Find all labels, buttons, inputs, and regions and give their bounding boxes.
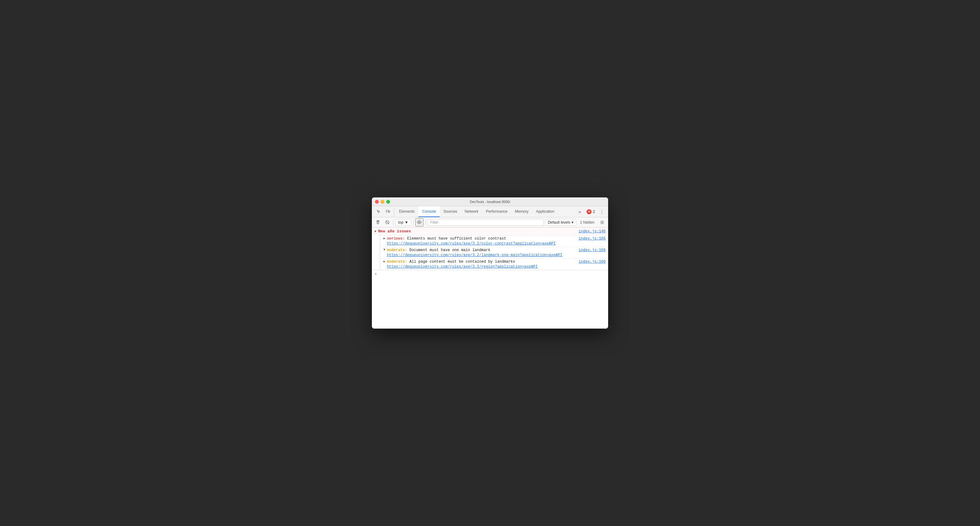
tab-network[interactable]: Network	[461, 206, 482, 217]
item-link-2[interactable]: https://dequeuniversity.com/rules/axe/3.…	[387, 253, 563, 257]
toolbar-right: ✕ 2 ⋮	[584, 206, 607, 217]
stop-errors-button[interactable]	[383, 218, 391, 226]
svg-point-6	[601, 221, 603, 223]
toolbar-divider	[393, 219, 393, 225]
console-toolbar: top ▼ Default levels ▾ 1 hidden	[372, 218, 608, 227]
item-message-3: All page content must be contained by la…	[409, 259, 515, 264]
issue-item-row-serious[interactable]: ▶ serious: Elements must have sufficient…	[380, 235, 608, 247]
item-triangle-icon: ▶	[383, 237, 385, 240]
item-link-3[interactable]: https://dequeuniversity.com/rules/axe/3.…	[387, 265, 538, 269]
item-source-moderate-1[interactable]: index.js:166	[579, 248, 606, 253]
item-main-text: serious: Elements must have sufficient c…	[387, 237, 555, 241]
settings-button[interactable]	[598, 218, 606, 226]
maximize-button[interactable]	[386, 200, 390, 203]
item-source-moderate-2[interactable]: index.js:166	[579, 259, 606, 264]
tab-application[interactable]: Application	[532, 206, 558, 217]
severity-moderate-2: moderate:	[387, 259, 407, 264]
svg-line-4	[386, 221, 389, 224]
toolbar-divider-2	[413, 219, 414, 225]
kebab-menu-button[interactable]: ⋮	[598, 208, 606, 216]
item-main-text-3: moderate: All page content must be conta…	[387, 259, 538, 264]
levels-arrow: ▾	[571, 220, 573, 224]
item-message-2: Document must have one main landmark	[409, 248, 490, 253]
eye-button[interactable]	[415, 218, 423, 226]
sub-item-left: ▶ serious: Elements must have sufficient…	[383, 237, 555, 246]
group-source[interactable]: index.js:146	[579, 229, 606, 234]
minimize-button[interactable]	[380, 200, 384, 203]
group-triangle-icon: ▼	[374, 230, 376, 233]
issue-item-moderate-landmark: ▼ moderate: Document must have one main …	[379, 247, 608, 258]
hidden-count: 1 hidden	[578, 220, 597, 224]
console-prompt-icon: ›	[374, 272, 377, 277]
inspect-element-button[interactable]	[374, 207, 383, 216]
item-source-serious[interactable]: index.js:166	[579, 237, 606, 241]
sub-item-left-2: ▼ moderate: Document must have one main …	[383, 248, 563, 257]
tab-list: Elements Console Sources Network Perform…	[395, 206, 576, 217]
tab-performance[interactable]: Performance	[482, 206, 511, 217]
console-input[interactable]	[379, 272, 606, 276]
tab-elements[interactable]: Elements	[395, 206, 418, 217]
tab-console[interactable]: Console	[418, 206, 440, 217]
group-title: New aXe issues	[378, 229, 411, 234]
issue-item-row-moderate-region[interactable]: ▶ moderate: All page content must be con…	[380, 258, 608, 270]
levels-select[interactable]: Default levels ▾	[545, 219, 576, 226]
tab-toolbar: Elements Console Sources Network Perform…	[372, 206, 608, 218]
item-text-block: serious: Elements must have sufficient c…	[387, 237, 555, 246]
tab-memory[interactable]: Memory	[511, 206, 532, 217]
context-arrow: ▼	[405, 220, 409, 224]
sub-item-left-3: ▶ moderate: All page content must be con…	[383, 259, 538, 269]
item-message: Elements must have sufficient color cont…	[407, 237, 506, 241]
tab-sources[interactable]: Sources	[440, 206, 461, 217]
error-badge[interactable]: ✕ 2	[585, 209, 597, 214]
issue-group-header[interactable]: ▼ New aXe issues index.js:146	[372, 227, 608, 235]
group-header-left: ▼ New aXe issues	[374, 229, 411, 234]
context-label: top	[398, 220, 403, 224]
close-button[interactable]	[375, 200, 379, 203]
item-main-text-2: moderate: Document must have one main la…	[387, 248, 563, 253]
context-select[interactable]: top ▼	[395, 219, 411, 226]
item-triangle-icon-3: ▶	[383, 259, 385, 263]
window-title: DevTools - localhost:3000/	[470, 200, 510, 203]
svg-point-5	[418, 221, 420, 223]
toolbar-divider-3	[425, 219, 426, 225]
item-text-block-2: moderate: Document must have one main la…	[387, 248, 563, 257]
issue-item-serious: ▶ serious: Elements must have sufficient…	[379, 235, 608, 247]
device-toolbar-button[interactable]	[384, 207, 393, 216]
more-tabs-button[interactable]: »	[576, 206, 584, 217]
severity-moderate: moderate:	[387, 248, 407, 253]
devtools-window: DevTools - localhost:3000/ Elements Cons	[372, 197, 608, 329]
traffic-lights	[375, 200, 390, 203]
issue-item-row-moderate-landmark[interactable]: ▼ moderate: Document must have one main …	[380, 247, 608, 258]
error-count: 2	[593, 210, 595, 214]
console-content: ▼ New aXe issues index.js:146 ▶ serious:…	[372, 227, 608, 329]
filter-input[interactable]	[428, 219, 544, 226]
title-bar: DevTools - localhost:3000/	[372, 197, 608, 206]
item-text-block-3: moderate: All page content must be conta…	[387, 259, 538, 269]
svg-rect-0	[386, 210, 389, 212]
console-input-row: ›	[372, 270, 608, 278]
item-link[interactable]: https://dequeuniversity.com/rules/axe/3.…	[387, 242, 555, 246]
clear-console-button[interactable]	[374, 218, 382, 226]
levels-label: Default levels	[548, 220, 570, 224]
toolbar-icons	[373, 206, 394, 217]
severity-serious: serious:	[387, 237, 405, 241]
error-icon: ✕	[587, 209, 592, 214]
issue-item-moderate-region: ▶ moderate: All page content must be con…	[379, 258, 608, 270]
item-triangle-icon-2: ▼	[383, 248, 385, 251]
